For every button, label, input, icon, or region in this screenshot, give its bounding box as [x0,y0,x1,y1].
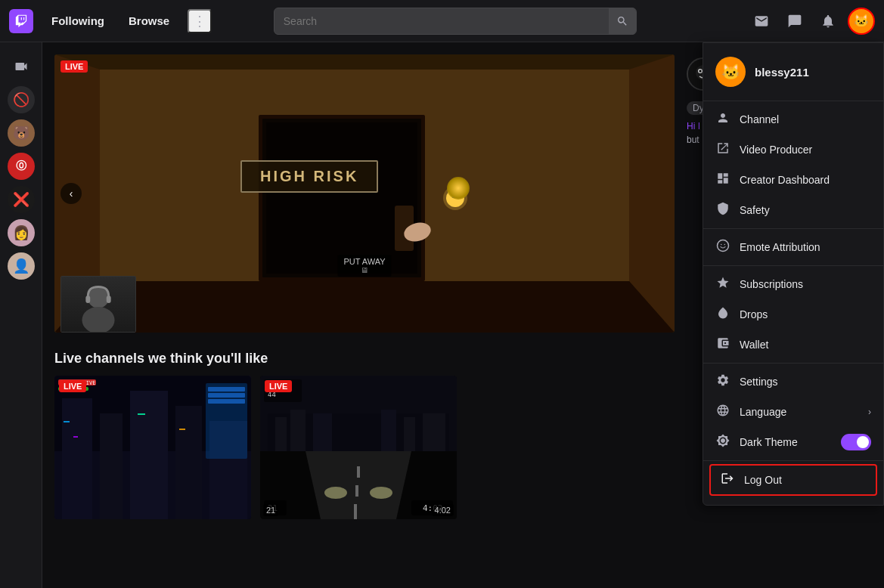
dropdown-item-logout[interactable]: Log Out [709,464,877,496]
dropdown-divider-3 [703,265,883,266]
dropdown-divider-2 [703,228,883,229]
dropdown-item-language[interactable]: Language › [703,397,883,427]
sidebar-avatar-5[interactable]: 👩 [8,219,35,246]
dropdown-item-channel[interactable]: Channel [703,104,883,135]
dropdown-item-wallet[interactable]: Wallet [703,330,883,360]
dark-theme-label: Dark Theme [740,436,832,448]
svg-marker-4 [54,281,675,333]
svg-rect-28 [175,406,202,519]
svg-rect-7 [266,122,417,274]
dark-theme-toggle[interactable] [841,434,871,450]
svg-rect-27 [130,391,168,519]
sidebar-avatar-2[interactable]: 🐻 [8,119,35,147]
search-bar [274,8,637,35]
chat-button[interactable] [781,8,808,35]
search-submit-button[interactable] [609,8,636,35]
dropdown-item-drops[interactable]: Drops [703,299,883,330]
drops-icon [715,306,730,323]
svg-rect-44 [357,466,360,478]
channel-2-live-badge: LIVE [265,380,292,392]
sidebar: 🚫 🐻 ⓪ ❌ 👩 👤 [0,42,42,588]
channel-2-viewers: 21 [263,504,278,516]
svg-point-63 [718,240,729,252]
stream-scene [54,54,675,333]
channel-1-live-badge: LIVE [59,380,86,392]
sidebar-avatar-4[interactable]: ❌ [8,186,35,213]
svg-point-64 [721,244,722,246]
nav-following[interactable]: Following [45,11,110,30]
svg-rect-30 [64,421,70,422]
logout-label: Log Out [744,474,867,486]
channel-card-2[interactable]: 4:02 21 29 44 LIVE 4:02 21 [260,376,457,519]
stream-video[interactable]: HIGH RISK LIVE PUT AWAY 🖥 [54,54,675,333]
dropdown-item-dark-theme[interactable]: Dark Theme [703,427,883,457]
settings-label: Settings [740,376,871,388]
wallet-icon [715,336,730,353]
sidebar-avatar-1[interactable]: 🚫 [8,86,35,113]
svg-rect-48 [275,417,287,451]
svg-rect-38 [208,387,245,391]
prev-stream-button[interactable]: ‹ [60,183,82,204]
svg-point-55 [370,487,392,499]
creator-dashboard-icon [715,172,730,188]
dropdown-divider-1 [703,101,883,101]
language-icon [715,404,730,420]
dropdown-item-creator-dashboard[interactable]: Creator Dashboard [703,165,883,195]
channel-2-timer: 4:02 [432,504,454,516]
emote-attribution-icon [715,239,730,255]
user-dropdown-menu: 🐱 blessy211 Channel Video Producer Creat… [703,42,884,506]
sidebar-avatar-6[interactable]: 👤 [8,252,35,280]
subscriptions-icon [715,276,730,292]
inbox-button[interactable] [748,8,775,35]
sidebar-avatar-3[interactable]: ⓪ [8,153,35,180]
video-producer-icon [715,141,730,158]
user-avatar-button[interactable]: 🐱 [848,8,875,35]
high-risk-sign: HIGH RISK [240,160,378,193]
dropdown-item-settings[interactable]: Settings [703,367,883,397]
svg-point-21 [699,70,702,73]
dropdown-item-subscriptions[interactable]: Subscriptions [703,269,883,299]
svg-point-14 [82,307,114,332]
svg-rect-16 [107,296,111,303]
settings-icon [715,373,730,390]
webcam-overlay [60,276,136,333]
svg-rect-40 [208,399,245,404]
dropdown-item-emote-attribution[interactable]: Emote Attribution [703,232,883,262]
svg-rect-39 [208,393,245,398]
channel-card-1[interactable]: COMPETITIVE LIVE [54,376,251,519]
stream-bg [54,54,675,333]
emote-attribution-label: Emote Attribution [740,241,871,253]
svg-rect-50 [313,413,332,451]
subscriptions-label: Subscriptions [740,278,871,290]
svg-rect-45 [355,485,358,497]
live-badge: LIVE [60,60,88,73]
header: Following Browse ⋮ 🐱 [0,0,884,42]
more-options-button[interactable]: ⋮ [188,9,212,33]
notifications-button[interactable] [814,8,842,35]
channel-label: Channel [740,113,871,125]
svg-rect-25 [62,398,92,519]
creator-dashboard-label: Creator Dashboard [740,174,871,186]
search-input[interactable] [284,15,603,27]
svg-rect-52 [404,417,415,451]
svg-rect-51 [381,410,396,451]
channel-icon [715,111,730,128]
svg-point-65 [724,244,726,246]
logout-icon [720,472,735,488]
svg-rect-32 [138,413,145,415]
svg-rect-53 [423,413,445,451]
twitch-logo[interactable] [9,9,33,33]
dropdown-item-video-producer[interactable]: Video Producer [703,135,883,165]
svg-point-54 [324,487,347,499]
video-producer-label: Video Producer [740,144,871,156]
put-away-label: PUT AWAY 🖥 [337,255,391,277]
svg-rect-31 [73,436,78,438]
dropdown-user-header: 🐱 blessy211 [703,49,883,97]
svg-point-13 [88,287,108,308]
nav-browse[interactable]: Browse [123,11,175,30]
dropdown-divider-5 [703,460,883,461]
dropdown-item-safety[interactable]: Safety [703,195,883,225]
sidebar-icon-video[interactable] [6,51,36,82]
safety-icon [715,202,730,218]
svg-rect-15 [85,296,90,303]
